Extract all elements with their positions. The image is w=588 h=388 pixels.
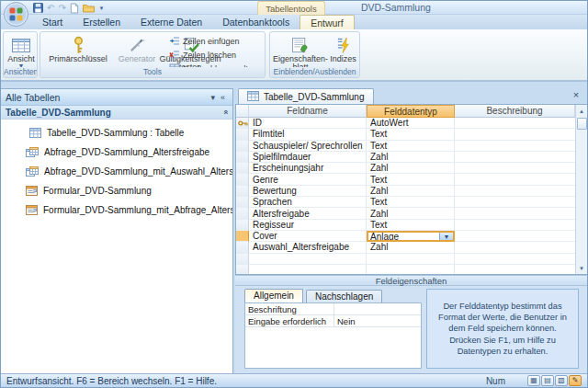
ribbon-group-tools: Primärschlüssel Generator Gültigkeitsreg… — [40, 31, 266, 78]
field-name-cell[interactable]: Spielfilmdauer — [249, 152, 367, 163]
field-name-cell[interactable] — [249, 265, 367, 275]
field-type-cell[interactable]: Text — [367, 220, 455, 231]
field-description-cell[interactable] — [455, 129, 587, 140]
zeilen-einfuegen-button[interactable]: Zeilen einfügen — [169, 36, 253, 47]
field-name-cell[interactable]: Genre — [249, 174, 367, 185]
field-description-cell[interactable] — [455, 220, 587, 231]
row-selector[interactable] — [236, 152, 249, 163]
nav-collapse-icon[interactable]: « — [218, 93, 228, 102]
row-selector[interactable] — [236, 208, 249, 219]
ribbon-tab-start[interactable]: Start — [32, 15, 73, 29]
save-icon[interactable] — [33, 2, 43, 14]
field-description-cell[interactable] — [455, 254, 587, 265]
field-type-cell[interactable]: Anlage▼ — [367, 231, 455, 242]
grid-header-row: Feldname Felddatentyp Beschreibung — [236, 105, 587, 118]
field-description-cell[interactable] — [455, 265, 587, 275]
pivotchart-view-button[interactable]: ▧ — [555, 375, 568, 386]
row-selector[interactable] — [236, 129, 249, 140]
field-type-cell[interactable] — [367, 254, 455, 265]
document-tab[interactable]: Tabelle_DVD-Sammlung — [238, 88, 374, 104]
ribbon-tab-externe-daten[interactable]: Externe Daten — [130, 15, 212, 29]
field-description-cell[interactable] — [455, 141, 587, 152]
field-name-cell[interactable]: ID — [249, 118, 367, 129]
ribbon-tab-datenbanktools[interactable]: Datenbanktools — [212, 15, 300, 29]
field-name-cell[interactable]: Regisseur — [249, 220, 367, 231]
office-button[interactable] — [4, 2, 28, 27]
open-icon[interactable] — [83, 2, 95, 14]
nav-item-table[interactable]: Tabelle_DVD-Sammlung : Tabelle — [1, 123, 232, 143]
field-name-cell[interactable]: Bewertung — [249, 186, 367, 197]
field-type-cell[interactable]: Zahl — [367, 163, 455, 174]
field-name-cell[interactable]: Erscheinungsjahr — [249, 163, 367, 174]
field-description-cell[interactable] — [455, 186, 587, 197]
scrollbar-thumb[interactable] — [577, 118, 587, 130]
zeilen-loeschen-button[interactable]: Zeilen löschen — [169, 50, 253, 61]
field-name-cell[interactable]: Cover — [249, 231, 367, 242]
field-type-cell[interactable]: Zahl — [367, 208, 455, 219]
field-row: RegisseurText — [236, 220, 587, 231]
field-description-cell[interactable] — [455, 242, 587, 253]
indizes-button[interactable]: Indizes — [328, 35, 358, 63]
property-value[interactable] — [334, 303, 421, 314]
field-description-cell[interactable] — [455, 163, 587, 174]
field-name-cell[interactable]: Sprachen — [249, 197, 367, 208]
vertical-scrollbar[interactable]: ▲ ▼ — [575, 105, 587, 274]
row-selector[interactable] — [236, 231, 249, 242]
tab-allgemein[interactable]: Allgemein — [244, 289, 303, 302]
row-selector[interactable] — [236, 220, 249, 231]
nav-item-query[interactable]: Abfrage_DVD-Sammlung_mit_Auswahl_Altersf… — [1, 162, 232, 181]
field-name-cell[interactable]: Filmtitel — [249, 129, 367, 140]
field-description-cell[interactable] — [455, 231, 587, 242]
ansicht-button[interactable]: Ansicht ▼ — [6, 35, 37, 69]
field-description-cell[interactable] — [455, 174, 587, 185]
scroll-down-icon[interactable]: ▼ — [576, 262, 587, 274]
group-label-ansichten: Ansichten — [4, 67, 37, 77]
nav-pane-header[interactable]: Alle Tabellen ▾ « — [1, 89, 232, 106]
field-type-cell[interactable]: AutoWert — [367, 118, 455, 129]
row-selector[interactable] — [236, 163, 249, 174]
row-selector[interactable] — [236, 242, 249, 253]
nav-group-header[interactable]: Tabelle_DVD-Sammlung « — [1, 106, 232, 120]
field-type-cell[interactable]: Zahl — [367, 152, 455, 163]
row-selector[interactable] — [236, 186, 249, 197]
ribbon-tab-entwurf[interactable]: Entwurf — [300, 15, 355, 29]
field-type-cell[interactable]: Zahl — [367, 242, 455, 253]
type-dropdown-icon[interactable]: ▼ — [439, 233, 453, 240]
num-lock-indicator: Num — [486, 376, 505, 386]
scroll-up-icon[interactable]: ▲ — [576, 105, 587, 117]
pivottable-view-button[interactable]: ▤ — [541, 375, 554, 386]
nav-menu-chevron-icon[interactable]: ▾ — [208, 93, 218, 102]
field-name-cell[interactable]: Auswahl_Altersfreigabe — [249, 242, 367, 253]
row-selector[interactable] — [236, 254, 249, 265]
field-description-cell[interactable] — [455, 197, 587, 208]
row-selector[interactable] — [236, 141, 249, 152]
field-name-cell[interactable] — [249, 254, 367, 265]
row-selector[interactable] — [236, 265, 249, 275]
field-type-cell[interactable]: Text — [367, 197, 455, 208]
row-selector[interactable] — [236, 197, 249, 208]
field-description-cell[interactable] — [455, 118, 587, 129]
new-object-icon[interactable] — [70, 2, 79, 14]
nav-item-query[interactable]: Abfrage_DVD-Sammlung_Altersfreigabe — [1, 143, 232, 162]
ribbon-tab-erstellen[interactable]: Erstellen — [73, 15, 130, 29]
customize-qat-icon[interactable]: ▾ — [100, 5, 104, 12]
primaerschluessel-button[interactable]: Primärschlüssel — [44, 35, 112, 63]
datasheet-view-button[interactable]: ▦ — [527, 375, 540, 386]
tab-nachschlagen[interactable]: Nachschlagen — [306, 290, 382, 302]
field-type-cell[interactable] — [367, 265, 455, 275]
nav-item-form[interactable]: Formular_DVD-Sammlung — [1, 181, 232, 200]
design-view-button[interactable]: ✎ — [569, 375, 582, 386]
row-selector[interactable] — [236, 174, 249, 185]
field-type-cell[interactable]: Text — [367, 141, 455, 152]
nav-item-form[interactable]: Formular_DVD-Sammlung_mit_Abfrage_Alters… — [1, 200, 232, 220]
field-name-cell[interactable]: Altersfreigabe — [249, 208, 367, 219]
row-selector[interactable] — [236, 118, 249, 129]
field-name-cell[interactable]: Schauspieler/ Sprechrollen — [249, 141, 367, 152]
field-type-cell[interactable]: Text — [367, 129, 455, 140]
field-type-cell[interactable]: Zahl — [367, 186, 455, 197]
close-icon[interactable]: × — [570, 89, 582, 102]
property-value[interactable]: Nein — [334, 315, 421, 326]
field-description-cell[interactable] — [455, 152, 587, 163]
field-type-cell[interactable]: Text — [367, 174, 455, 185]
field-description-cell[interactable] — [455, 208, 587, 219]
